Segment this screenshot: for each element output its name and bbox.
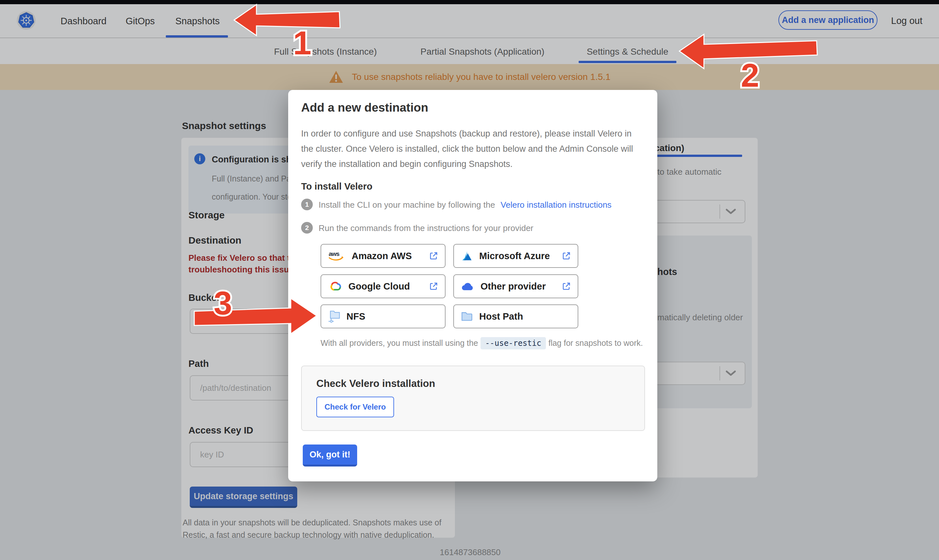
provider-button-google-cloud[interactable]: Google Cloud — [321, 274, 446, 298]
provider-label: NFS — [347, 311, 438, 322]
step-2-badge: 2 — [301, 222, 313, 234]
external-link-icon — [561, 282, 571, 291]
provider-label: Google Cloud — [348, 281, 423, 292]
use-restic-code-chip: --use-restic — [481, 337, 546, 349]
provider-button-other[interactable]: Other provider — [453, 274, 578, 298]
provider-label: Microsoft Azure — [479, 251, 556, 262]
check-velero-box: Check Velero installation Check for Vele… — [301, 366, 645, 431]
provider-label: Other provider — [481, 281, 556, 292]
external-link-icon — [561, 251, 571, 261]
modal-title: Add a new destination — [301, 101, 429, 114]
google-cloud-logo-icon — [328, 280, 342, 292]
check-velero-heading: Check Velero installation — [316, 378, 435, 389]
velero-instructions-link[interactable]: Velero installation instructions — [501, 200, 612, 210]
aws-logo-icon: aws — [328, 249, 346, 262]
external-link-icon — [429, 251, 438, 261]
step-1-text: Install the CLI on your machine by follo… — [319, 200, 612, 210]
ok-got-it-button[interactable]: Ok, got it! — [303, 445, 357, 466]
add-destination-modal: Add a new destination In order to config… — [288, 90, 657, 482]
azure-logo-icon — [460, 250, 473, 262]
step-2-text: Run the commands from the instructions f… — [319, 223, 533, 233]
install-velero-heading: To install Velero — [301, 181, 372, 192]
folder-icon — [460, 310, 473, 323]
step-1-badge: 1 — [301, 198, 313, 210]
restic-note-after: flag for snapshots to work. — [549, 338, 643, 348]
check-for-velero-button[interactable]: Check for Velero — [316, 397, 394, 417]
external-link-icon — [429, 282, 438, 291]
provider-label: Amazon AWS — [352, 251, 423, 262]
page: Dashboard GitOps Snapshots Add a new app… — [0, 0, 939, 560]
provider-label: Host Path — [479, 311, 571, 322]
restic-note: With all providers, you must install usi… — [321, 338, 643, 348]
provider-button-nfs[interactable]: NFS — [321, 305, 446, 328]
provider-button-azure[interactable]: Microsoft Azure — [453, 244, 578, 268]
modal-intro-text: In order to configure and use Snapshots … — [301, 126, 640, 172]
nfs-network-folder-icon — [328, 309, 341, 323]
cloud-icon — [460, 281, 475, 292]
svg-text:aws: aws — [328, 251, 339, 257]
step-1-instruction: Install the CLI on your machine by follo… — [319, 200, 495, 210]
provider-button-aws[interactable]: aws Amazon AWS — [321, 244, 446, 268]
provider-button-host-path[interactable]: Host Path — [453, 305, 578, 328]
restic-note-before: With all providers, you must install usi… — [321, 338, 478, 348]
